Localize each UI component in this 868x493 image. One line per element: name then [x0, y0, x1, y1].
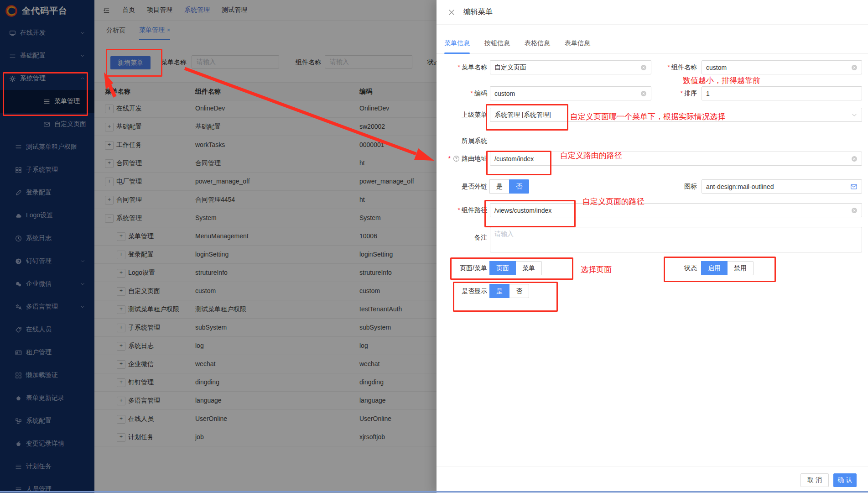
select-value: 系统管理 [系统管理] [494, 111, 551, 119]
field-value: /custom/index [494, 155, 534, 163]
field-value: 1 [706, 90, 710, 97]
sort-label: 排序 [646, 86, 697, 100]
status-toggle: 启用禁用 [702, 261, 754, 275]
toggle-option-label: 是 [496, 287, 503, 295]
external-link-toggle: 是否 [490, 179, 529, 194]
toggle-option[interactable]: 否 [509, 284, 529, 298]
remark-textarea[interactable]: 请输入 [490, 227, 862, 252]
clear-icon[interactable] [851, 207, 858, 214]
system-label: 所属系统 [437, 134, 487, 148]
external-link-label: 是否外链 [437, 179, 487, 194]
field-value: ant-design:mail-outlined [706, 183, 774, 190]
page-menu-label: 页面/菜单 [437, 261, 487, 275]
confirm-button[interactable]: 确 认 [833, 473, 857, 487]
toggle-option-label: 是 [496, 183, 503, 191]
textarea-placeholder: 请输入 [494, 230, 514, 238]
sort-field[interactable]: 1 [702, 86, 862, 100]
toggle-option-label: 启用 [708, 264, 721, 273]
parent-menu-select[interactable]: 系统管理 [系统管理] [490, 108, 862, 122]
drawer-overlay-mask[interactable] [0, 0, 437, 493]
toggle-option-label: 页面 [496, 264, 509, 273]
clear-icon[interactable] [640, 90, 647, 97]
toggle-option[interactable]: 启用 [701, 261, 728, 275]
toggle-option[interactable]: 页面 [489, 261, 516, 275]
toggle-option[interactable]: 菜单 [515, 261, 542, 275]
component-path-label: 组件路径 [437, 203, 487, 217]
toggle-option[interactable]: 禁用 [727, 261, 754, 275]
toggle-option[interactable]: 否 [509, 179, 529, 194]
route-field[interactable]: /custom/index [490, 152, 862, 166]
toggle-option[interactable]: 是 [489, 179, 509, 194]
icon-field[interactable]: ant-design:mail-outlined [702, 179, 862, 194]
drawer-footer: 取 消 确 认 [437, 467, 868, 493]
clear-icon[interactable] [851, 64, 858, 71]
component-name-field[interactable]: custom [702, 60, 862, 74]
code-label: 编码 [437, 86, 487, 100]
toggle-option-label: 否 [516, 287, 522, 295]
code-field[interactable]: custom [490, 86, 651, 100]
toggle-option[interactable]: 是 [489, 284, 509, 298]
field-value: 自定义页面 [494, 63, 526, 72]
field-value: custom [494, 90, 515, 97]
menu-name-field[interactable]: 自定义页面 [490, 60, 651, 74]
clear-icon[interactable] [851, 156, 858, 162]
required-mark [448, 155, 452, 162]
mail-icon[interactable] [850, 183, 858, 190]
visible-label: 是否显示 [437, 284, 487, 298]
bottom-edge-line [0, 491, 868, 493]
visible-toggle: 是否 [490, 284, 529, 298]
toggle-option-label: 否 [516, 183, 522, 191]
route-label: 路由地址 [437, 152, 487, 166]
question-circle-icon[interactable] [453, 155, 460, 162]
page-menu-toggle: 页面菜单 [490, 261, 542, 275]
route-label-text: 路由地址 [462, 155, 487, 162]
field-value: custom [706, 64, 727, 71]
component-path-field[interactable]: /views/custom/index [490, 203, 862, 217]
component-name-label: 组件名称 [646, 60, 697, 74]
clear-icon[interactable] [640, 64, 647, 71]
app-window: 全代码平台 在线开发 基础配置 系统管理 [0, 0, 868, 493]
remark-label: 备注 [437, 231, 487, 245]
parent-menu-label: 上级菜单 [437, 108, 487, 122]
cancel-button[interactable]: 取 消 [800, 473, 829, 487]
menu-name-label: 菜单名称 [437, 60, 487, 74]
chevron-down-icon [851, 112, 858, 118]
status-label: 状态 [646, 261, 697, 275]
toggle-option-label: 菜单 [522, 264, 535, 273]
toggle-option-label: 禁用 [734, 264, 747, 273]
edit-menu-drawer: 编辑菜单 菜单信息 按钮信息 表格信息 表单信息 [437, 0, 868, 493]
menu-form: 菜单名称 自定义页面 组件名称 custom 编码 custom 排序 1 上级… [437, 0, 868, 493]
field-value: /views/custom/index [494, 207, 551, 214]
icon-label: 图标 [646, 179, 697, 194]
